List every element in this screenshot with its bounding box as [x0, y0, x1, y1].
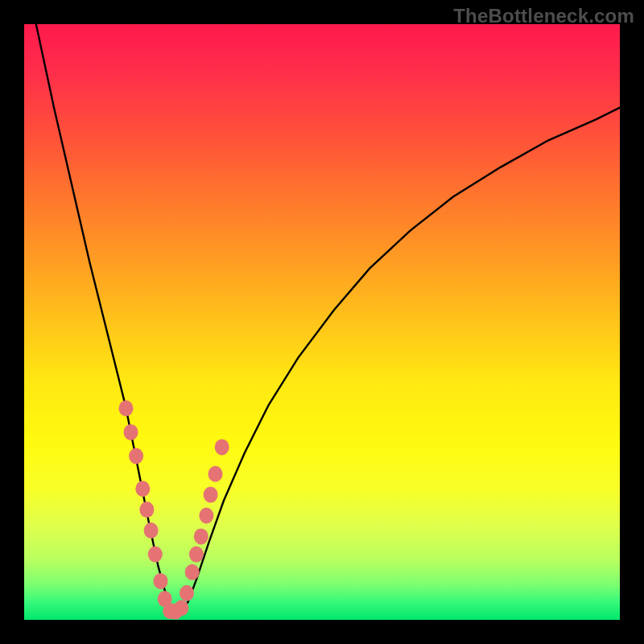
- marker-dot: [208, 466, 223, 482]
- marker-dot: [185, 564, 200, 580]
- marker-dot: [144, 522, 159, 539]
- marker-dot: [148, 547, 163, 563]
- marker-dot: [199, 508, 213, 524]
- marker-dot: [124, 424, 138, 440]
- marker-dots-group: [119, 400, 229, 619]
- marker-dot: [180, 585, 194, 601]
- marker-dot: [154, 573, 168, 589]
- marker-dot: [139, 502, 154, 518]
- marker-dot: [135, 481, 150, 497]
- bottleneck-chart: [24, 24, 620, 620]
- marker-dot: [129, 448, 143, 464]
- marker-dot: [174, 600, 188, 616]
- marker-dot: [189, 547, 204, 563]
- marker-dot: [204, 487, 218, 503]
- marker-dot: [215, 439, 229, 455]
- bottleneck-curve: [36, 24, 620, 613]
- marker-dot: [119, 400, 134, 416]
- marker-dot: [194, 528, 208, 544]
